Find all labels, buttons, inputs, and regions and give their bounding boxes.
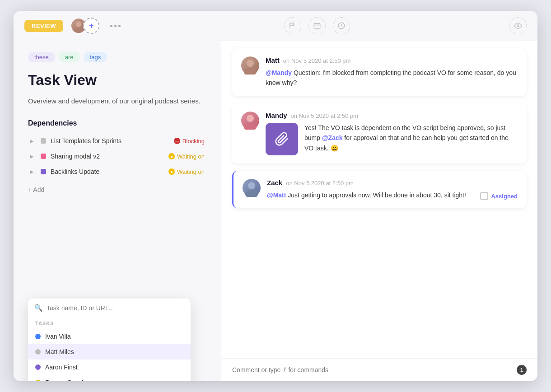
- search-input[interactable]: [47, 304, 184, 312]
- dep-status-label: Blocking: [182, 138, 205, 145]
- avatar-matt: [241, 56, 259, 75]
- svg-point-10: [244, 68, 257, 75]
- comment-with-badge: @Matt Just getting to approvals now. Wil…: [267, 190, 518, 200]
- blocking-icon: —: [174, 138, 180, 144]
- search-input-wrap: 🔍: [28, 304, 191, 316]
- dep-color-dot: [41, 138, 46, 144]
- status-badge[interactable]: REVIEW: [24, 20, 63, 32]
- attachment-thumb: [266, 123, 298, 155]
- avatar-zack: [243, 179, 261, 197]
- comment-header: Mandy on Nov 5 2020 at 2:50 pm: [266, 112, 518, 119]
- assigned-checkbox[interactable]: [480, 192, 488, 200]
- avatar-group: +: [70, 18, 99, 34]
- comment-time: on Nov 5 2020 at 2:50 pm: [291, 112, 359, 119]
- dropdown-item-ivan[interactable]: Ivan Villa: [28, 329, 191, 344]
- svg-point-8: [517, 25, 519, 27]
- comments-area: Matt on Nov 5 2020 at 2:50 pm @Mandy Que…: [221, 41, 537, 358]
- left-panel: these are tags Task View Overview and de…: [14, 41, 221, 381]
- svg-point-0: [76, 21, 81, 27]
- color-dot: [35, 380, 41, 381]
- comment-input[interactable]: [232, 366, 511, 373]
- color-dot: [35, 349, 41, 355]
- comment-header: Zack on Nov 5 2020 at 2:50 pm: [267, 179, 518, 187]
- comment-time: on Nov 5 2020 at 2:50 pm: [286, 180, 354, 187]
- waiting-icon: ●: [168, 153, 175, 159]
- top-bar-left: REVIEW +: [24, 18, 124, 34]
- comment-text: Yes! The VO task is dependent on the VO …: [304, 123, 518, 155]
- comment-body: Mandy on Nov 5 2020 at 2:50 pm Yes! The …: [266, 112, 518, 155]
- tag-are[interactable]: are: [59, 52, 80, 62]
- dot: [110, 25, 112, 27]
- svg-point-9: [247, 60, 254, 67]
- svg-point-1: [74, 28, 84, 34]
- chevron-right-icon: ▶: [30, 169, 36, 175]
- svg-point-12: [244, 123, 257, 130]
- comment-body: Matt on Nov 5 2020 at 2:50 pm @Mandy Que…: [266, 56, 518, 88]
- dropdown-item-matt[interactable]: Matt Miles: [28, 344, 191, 359]
- dep-color-dot: [41, 169, 46, 174]
- svg-point-14: [245, 190, 258, 197]
- comment-card-zack: Zack on Nov 5 2020 at 2:50 pm @Matt Just…: [232, 171, 527, 208]
- dep-name: Backlinks Update: [51, 168, 164, 175]
- assigned-label: Assigned: [491, 193, 518, 200]
- comment-card-mandy: Mandy on Nov 5 2020 at 2:50 pm Yes! The …: [232, 103, 527, 163]
- dropdown-item-label: Aaron Finst: [45, 364, 78, 371]
- svg-point-13: [248, 182, 255, 189]
- chevron-right-icon: ▶: [30, 154, 36, 159]
- task-description: Overview and development of our original…: [28, 96, 206, 107]
- waiting-icon: ●: [168, 168, 175, 175]
- flag-icon-button[interactable]: [284, 17, 301, 34]
- dot: [114, 25, 117, 27]
- top-bar-right: [509, 17, 527, 34]
- clock-icon-button[interactable]: [333, 17, 350, 34]
- dep-status: ● Waiting on: [168, 168, 205, 175]
- notification-badge: 1: [517, 365, 527, 375]
- dep-status-label: Waiting on: [177, 168, 205, 175]
- assigned-badge: Assigned: [480, 192, 518, 200]
- comment-author: Matt: [266, 56, 280, 64]
- dependency-item[interactable]: ▶ Backlinks Update ● Waiting on: [28, 164, 206, 179]
- comment-attachment: Yes! The VO task is dependent on the VO …: [266, 123, 518, 155]
- dropdown-item-aaron[interactable]: Aaron Finst: [28, 359, 191, 375]
- dep-status: — Blocking: [174, 138, 205, 145]
- dep-name: List Templates for Sprints: [51, 137, 169, 145]
- dot: [118, 25, 121, 27]
- comment-time: on Nov 5 2020 at 2:50 pm: [283, 57, 351, 64]
- chevron-right-icon: ▶: [30, 138, 36, 144]
- add-dependency-button[interactable]: + Add: [28, 186, 206, 193]
- dep-color-dot: [41, 154, 46, 159]
- dropdown-item-ramon[interactable]: Ramon Sanches: [28, 375, 191, 381]
- comment-text-body: Just getting to approvals now. Will be d…: [288, 191, 466, 199]
- more-options-button[interactable]: [107, 23, 124, 29]
- dependency-item[interactable]: ▶ Sharing modal v2 ● Waiting on: [28, 149, 206, 163]
- dependency-list: ▶ List Templates for Sprints — Blocking …: [28, 134, 206, 179]
- eye-icon-button[interactable]: [509, 17, 527, 34]
- dependency-item[interactable]: ▶ List Templates for Sprints — Blocking: [28, 134, 206, 148]
- calendar-icon-button[interactable]: [308, 17, 326, 34]
- tags-row: these are tags: [28, 52, 206, 62]
- add-avatar-button[interactable]: +: [83, 18, 99, 34]
- dropdown-item-label: Ivan Villa: [45, 333, 71, 340]
- search-icon: 🔍: [34, 304, 43, 312]
- comment-body: Zack on Nov 5 2020 at 2:50 pm @Matt Just…: [267, 179, 518, 200]
- top-bar: REVIEW +: [14, 11, 537, 41]
- mention-matt: @Matt: [267, 191, 286, 199]
- tag-tags[interactable]: tags: [84, 52, 107, 62]
- svg-point-11: [247, 115, 254, 122]
- dropdown-item-label: Matt Miles: [45, 348, 74, 355]
- comment-card-matt: Matt on Nov 5 2020 at 2:50 pm @Mandy Que…: [232, 48, 527, 96]
- top-bar-center: [284, 17, 350, 34]
- color-dot: [35, 334, 41, 339]
- dep-status: ● Waiting on: [168, 153, 205, 160]
- tag-these[interactable]: these: [28, 52, 55, 62]
- mention-zack: @Zack: [322, 134, 343, 141]
- comment-input-bar: 1: [221, 358, 537, 381]
- dropdown-item-label: Ramon Sanches: [45, 379, 92, 381]
- comment-text-body: Question: I'm blocked from completing th…: [266, 69, 516, 86]
- svg-rect-3: [314, 23, 320, 29]
- dropdown-section-label: TASKS: [28, 316, 191, 329]
- dependencies-title: Dependencies: [28, 119, 206, 127]
- comment-header: Matt on Nov 5 2020 at 2:50 pm: [266, 56, 518, 64]
- task-title: Task View: [28, 71, 206, 89]
- comment-text: @Matt Just getting to approvals now. Wil…: [267, 190, 466, 200]
